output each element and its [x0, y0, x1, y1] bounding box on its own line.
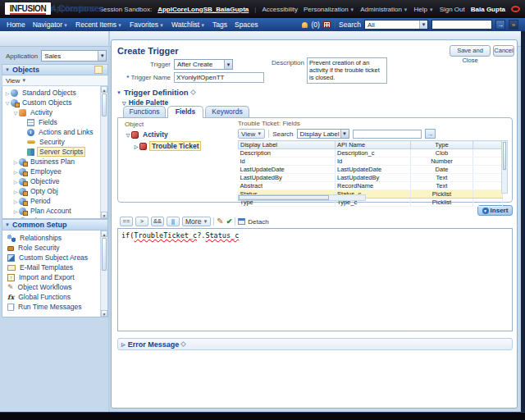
- column-type[interactable]: Type: [411, 141, 473, 149]
- cancel-button[interactable]: Cancel: [493, 45, 514, 57]
- tab-functions[interactable]: Functions: [123, 106, 166, 117]
- tab-keywords[interactable]: Keywords: [205, 106, 249, 117]
- expand-icon[interactable]: ▷: [121, 341, 126, 347]
- trigger-definition-header[interactable]: ▼ Trigger Definition: [116, 88, 195, 97]
- field-row-description[interactable]: DescriptionDescription_cClob: [239, 149, 503, 158]
- collapse-icon[interactable]: ▽: [12, 110, 19, 116]
- scrollbar-thumb[interactable]: [239, 195, 329, 200]
- tree-scrollbar[interactable]: ▲ ▼: [100, 86, 107, 218]
- expand-icon[interactable]: ▷: [12, 169, 19, 175]
- tree-item-plan-account[interactable]: ▷Plan Account: [4, 206, 99, 216]
- common-setup-panel-header[interactable]: ▼ Common Setup: [2, 219, 108, 231]
- and-operator-button[interactable]: &&: [151, 217, 164, 226]
- advanced-search-icon[interactable]: »: [509, 20, 518, 30]
- scroll-down-icon[interactable]: ▼: [101, 212, 107, 218]
- tree-item-standard-objects[interactable]: ▷Standard Objects: [4, 88, 99, 98]
- trigger-name-input[interactable]: [174, 72, 264, 83]
- table-view-menu[interactable]: View▼: [238, 129, 265, 139]
- search-go-button[interactable]: →: [495, 20, 505, 30]
- nav-spaces[interactable]: Spaces: [235, 21, 258, 29]
- scrollbar-thumb[interactable]: [102, 238, 107, 271]
- tree-item-activity[interactable]: ▽Activity: [4, 107, 99, 117]
- tree-item-server-scripts[interactable]: Server Scripts: [4, 147, 99, 157]
- expand-icon[interactable]: ▷: [12, 189, 19, 194]
- column-api-name[interactable]: API Name: [336, 141, 411, 149]
- tree-item-employee[interactable]: ▷Employee: [4, 167, 99, 176]
- or-operator-button[interactable]: ||: [167, 217, 180, 226]
- objects-view-menu[interactable]: View▼: [2, 75, 108, 86]
- tree-item-opty-obj[interactable]: ▷Opty Obj: [4, 186, 99, 196]
- table-horizontal-scrollbar[interactable]: [238, 194, 366, 201]
- search-scope-select[interactable]: All ▼: [364, 20, 428, 30]
- sign-out-link[interactable]: Sign Out: [440, 6, 465, 13]
- tree-item-actions-and-links[interactable]: iActions and Links: [4, 127, 99, 137]
- expand-icon[interactable]: ▷: [12, 199, 19, 204]
- trigger-select[interactable]: After Create ▼: [174, 59, 233, 70]
- scrollbar-thumb[interactable]: [102, 94, 107, 116]
- collapse-icon[interactable]: ▼: [116, 90, 121, 95]
- objects-panel-header[interactable]: ▼ Objects: [2, 64, 108, 75]
- scroll-down-icon[interactable]: ▼: [101, 310, 107, 317]
- personalization-menu[interactable]: Personalization ▼: [304, 6, 354, 13]
- scroll-up-icon[interactable]: ▲: [101, 231, 107, 237]
- erase-icon[interactable]: ✎: [217, 217, 223, 226]
- application-select[interactable]: Sales ▼: [41, 50, 107, 62]
- sidebar-splitter[interactable]: [108, 31, 110, 412]
- notifications-bell-icon[interactable]: [302, 22, 308, 28]
- scrollbar-thumb[interactable]: [503, 142, 506, 170]
- tree-item-custom-objects[interactable]: ▽Custom Objects: [4, 98, 99, 107]
- description-textarea[interactable]: Prevent creation of an activity if the t…: [307, 57, 387, 84]
- expand-icon[interactable]: ▷: [133, 144, 139, 149]
- nav-favorites-menu[interactable]: Favorites▼: [130, 21, 164, 29]
- filter-column-select[interactable]: Display Label ▼: [297, 129, 349, 139]
- expand-icon[interactable]: ▷: [12, 159, 19, 165]
- collapse-icon[interactable]: ▼: [5, 222, 10, 227]
- palette-tree-item-trouble-ticket[interactable]: ▷ Trouble Ticket: [133, 141, 201, 151]
- expand-icon[interactable]: ▷: [12, 179, 19, 185]
- list-item-relationships[interactable]: Relationships: [7, 233, 99, 243]
- expand-icon[interactable]: ▷: [4, 90, 11, 96]
- common-setup-scrollbar[interactable]: ▲ ▼: [100, 231, 107, 317]
- save-and-close-button[interactable]: Save and Close: [450, 45, 491, 57]
- nav-navigator-menu[interactable]: Navigator▼: [33, 21, 68, 29]
- error-message-section-header[interactable]: ▷ Error Message: [117, 338, 513, 350]
- list-item-global-functions[interactable]: fxGlobal Functions: [7, 292, 99, 302]
- tree-item-plan-team[interactable]: ▷Plan Team: [4, 216, 99, 219]
- administration-menu[interactable]: Administration ▼: [360, 6, 408, 13]
- collapse-icon[interactable]: ▽: [125, 132, 131, 138]
- detach-button[interactable]: Detach: [238, 218, 268, 226]
- nav-home[interactable]: Home: [7, 21, 25, 29]
- field-row-lastupdatedby[interactable]: LastUpdatedByLastUpdatedByText: [239, 174, 503, 182]
- more-operators-menu[interactable]: More▼: [182, 217, 211, 226]
- greater-than-operator-button[interactable]: >: [135, 217, 148, 226]
- table-vertical-scrollbar[interactable]: [501, 140, 508, 194]
- global-search-input[interactable]: [431, 20, 492, 30]
- nav-tags[interactable]: Tags: [212, 21, 227, 29]
- list-item-role-security[interactable]: Role Security: [7, 243, 99, 253]
- column-display-label[interactable]: Display Label: [239, 141, 336, 149]
- tab-fields[interactable]: Fields: [167, 106, 203, 118]
- list-item-object-workflows[interactable]: ✎Object Workflows: [7, 282, 99, 292]
- tree-item-period[interactable]: ▷Period: [4, 196, 99, 206]
- tree-item-business-plan[interactable]: ▷Business Plan: [4, 157, 99, 167]
- field-row-abstract[interactable]: AbstractRecordNameText: [239, 182, 503, 190]
- field-row-lastupdatedate[interactable]: LastUpdateDateLastUpdateDateDate: [239, 166, 503, 174]
- list-item-run-time-messages[interactable]: Run Time Messages: [7, 302, 99, 312]
- help-menu[interactable]: Help ▼: [414, 6, 434, 13]
- expand-icon[interactable]: ▷: [12, 218, 19, 220]
- filter-input[interactable]: [353, 130, 422, 139]
- list-item-custom-subject-areas[interactable]: Custom Subject Areas: [7, 253, 99, 262]
- equals-operator-button[interactable]: ==: [120, 217, 133, 226]
- palette-tree-item-activity[interactable]: ▽ Activity: [125, 130, 170, 139]
- tree-item-security[interactable]: Security: [4, 137, 99, 147]
- accessibility-link[interactable]: Accessibility: [262, 6, 298, 13]
- expand-icon[interactable]: ▷: [12, 208, 19, 214]
- field-row-id[interactable]: IdIdNumber: [239, 158, 503, 166]
- validate-icon[interactable]: ✔: [226, 217, 233, 226]
- filter-go-button[interactable]: →: [425, 129, 436, 139]
- collapse-icon[interactable]: ▼: [5, 67, 10, 72]
- nav-watchlist-menu[interactable]: Watchlist▼: [171, 21, 205, 29]
- tree-item-fields[interactable]: Fields: [4, 117, 99, 127]
- session-sandbox-link[interactable]: ApplCoreLongSB_BalaGupta: [158, 6, 249, 13]
- calendar-icon[interactable]: [323, 21, 331, 28]
